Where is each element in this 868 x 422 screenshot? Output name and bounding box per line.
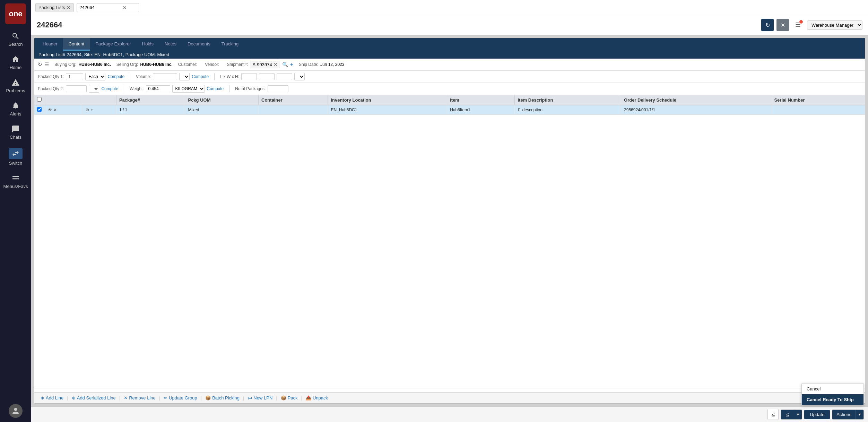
search-box[interactable]: ✕ bbox=[77, 3, 139, 12]
row-checkbox[interactable] bbox=[37, 107, 42, 112]
refresh-row-btn[interactable]: ↻ bbox=[38, 61, 42, 68]
tab-notes[interactable]: Notes bbox=[159, 38, 182, 51]
scroll-area[interactable] bbox=[34, 388, 865, 392]
pack-action[interactable]: 📦 Pack bbox=[278, 395, 301, 401]
menu-icon bbox=[11, 174, 20, 182]
close-button[interactable]: ✕ bbox=[776, 19, 789, 31]
bottom-bar: Cancel Cancel Ready To Ship 🖨 🖨 ▾ Update… bbox=[31, 406, 868, 422]
customer-group: Customer: bbox=[178, 62, 199, 67]
sidebar-item-search[interactable]: Search bbox=[0, 28, 31, 51]
pack-icon: 📦 bbox=[281, 395, 286, 401]
actions-arrow-btn[interactable]: ▾ bbox=[856, 410, 863, 419]
role-selector[interactable]: Warehouse Manager bbox=[807, 20, 862, 30]
sidebar-item-problems[interactable]: Problems bbox=[0, 74, 31, 97]
tab-package-explorer[interactable]: Package Explorer bbox=[90, 38, 137, 51]
row-icon-cell1: 👁 ✕ bbox=[45, 105, 83, 115]
search-icon bbox=[11, 32, 20, 40]
remove-line-icon: ✕ bbox=[124, 395, 128, 401]
no-packages-input[interactable] bbox=[268, 85, 288, 92]
tabs-row: Header Content Package Explorer Holds No… bbox=[34, 38, 865, 51]
shipment-remove[interactable]: ✕ bbox=[274, 62, 278, 67]
controls-row-1: ↻ ☰ Buying Org: HUB6-HUB6 Inc. Selling O… bbox=[34, 59, 865, 71]
tab-documents[interactable]: Documents bbox=[182, 38, 216, 51]
sidebar: one Search Home Problems Alerts Chats Sw… bbox=[0, 0, 31, 422]
print-btn[interactable]: 🖨 bbox=[767, 409, 779, 420]
lxwxh-label: L x W x H: bbox=[220, 74, 239, 79]
print-split-main[interactable]: 🖨 bbox=[781, 410, 794, 419]
col-inventory-location: Inventory Location bbox=[328, 95, 447, 105]
cancel-option[interactable]: Cancel bbox=[802, 384, 863, 394]
row-container bbox=[259, 105, 328, 115]
update-button[interactable]: Update bbox=[804, 410, 830, 419]
row-copy-btn[interactable]: ⧉ bbox=[86, 107, 89, 112]
packed-qty2-input[interactable] bbox=[66, 85, 87, 92]
packing-lists-tag[interactable]: Packing Lists ✕ bbox=[35, 3, 74, 12]
sidebar-item-home[interactable]: Home bbox=[0, 51, 31, 74]
divider4 bbox=[229, 85, 229, 92]
weight-uom[interactable]: KILOGRAM bbox=[172, 85, 205, 93]
sidebar-item-switch[interactable]: Switch bbox=[0, 144, 31, 170]
batch-picking-action[interactable]: 📦 Batch Picking bbox=[202, 395, 242, 401]
sidebar-item-alerts-label: Alerts bbox=[10, 111, 21, 117]
volume-uom[interactable] bbox=[179, 73, 190, 80]
print-split-arrow[interactable]: ▾ bbox=[794, 410, 802, 419]
compute-wt-link[interactable]: Compute bbox=[207, 86, 224, 91]
actions-main-btn[interactable]: Actions bbox=[832, 410, 856, 419]
lxwxh-uom[interactable] bbox=[294, 73, 305, 80]
batch-picking-icon: 📦 bbox=[205, 395, 211, 401]
row-add-btn[interactable]: + bbox=[90, 107, 93, 112]
user-avatar[interactable] bbox=[9, 404, 23, 418]
row-view-btn[interactable]: 👁 bbox=[48, 107, 52, 112]
sidebar-item-chats[interactable]: Chats bbox=[0, 121, 31, 144]
col-serial-number: Serial Number bbox=[771, 95, 865, 105]
tab-content[interactable]: Content bbox=[63, 38, 90, 51]
select-all-checkbox[interactable] bbox=[37, 97, 42, 102]
compute1-link[interactable]: Compute bbox=[107, 74, 124, 79]
sidebar-item-alerts[interactable]: Alerts bbox=[0, 97, 31, 121]
actions-dropdown-popup: Cancel Cancel Ready To Ship bbox=[801, 383, 864, 405]
packed-qty1-uom[interactable]: Each bbox=[85, 73, 105, 80]
remove-line-action[interactable]: ✕ Remove Line bbox=[121, 395, 158, 401]
packing-lists-close[interactable]: ✕ bbox=[67, 5, 71, 10]
col-pckg-uom: Pckg UOM bbox=[185, 95, 259, 105]
content-table: Package# Pckg UOM Container Inventory Lo… bbox=[34, 95, 865, 115]
length-input[interactable] bbox=[241, 73, 257, 80]
compute-vol-link[interactable]: Compute bbox=[192, 74, 209, 79]
tab-tracking[interactable]: Tracking bbox=[216, 38, 244, 51]
volume-input[interactable] bbox=[153, 73, 177, 80]
switch-button[interactable] bbox=[9, 148, 23, 159]
unpack-action[interactable]: 📤 Unpack bbox=[303, 395, 331, 401]
cancel-ready-option[interactable]: Cancel Ready To Ship bbox=[802, 394, 863, 405]
refresh-button[interactable]: ↻ bbox=[761, 19, 774, 31]
row-remove-btn[interactable]: ✕ bbox=[53, 107, 57, 112]
row-item-description: I1 description bbox=[515, 105, 621, 115]
new-lpn-action[interactable]: 🏷 New LPN bbox=[245, 395, 275, 401]
width-input[interactable] bbox=[259, 73, 275, 80]
height-input[interactable] bbox=[277, 73, 292, 80]
tab-header[interactable]: Header bbox=[37, 38, 63, 51]
sep4: | bbox=[200, 395, 202, 401]
divider2 bbox=[214, 73, 215, 80]
packed-qty1-input[interactable] bbox=[66, 73, 83, 80]
add-serialized-line-action[interactable]: ⊕ Add Serialized Line bbox=[69, 395, 119, 401]
search-input[interactable] bbox=[80, 5, 121, 10]
compute2-link[interactable]: Compute bbox=[101, 86, 118, 91]
add-line-action[interactable]: ⊕ Add Line bbox=[38, 395, 66, 401]
home-icon bbox=[11, 55, 20, 63]
no-packages-label: No of Packages: bbox=[235, 86, 266, 91]
packed-qty2-uom[interactable] bbox=[89, 85, 99, 93]
shipment-add-btn[interactable]: + bbox=[290, 61, 293, 68]
info-bar-text: Packing List# 242664, Site: EN_Hub6DC1, … bbox=[38, 52, 169, 57]
selling-org-group: Selling Org: HUB6-HUB6 Inc. bbox=[116, 62, 173, 67]
selling-org-value: HUB6-HUB6 Inc. bbox=[140, 62, 172, 67]
search-clear[interactable]: ✕ bbox=[123, 5, 127, 10]
weight-input[interactable] bbox=[146, 85, 170, 92]
shipment-search-btn[interactable]: 🔍 bbox=[282, 62, 288, 67]
app-logo[interactable]: one bbox=[5, 3, 26, 24]
list-btn[interactable]: ☰ bbox=[44, 61, 49, 68]
update-group-action[interactable]: ✏ Update Group bbox=[161, 395, 200, 401]
batch-picking-label: Batch Picking bbox=[212, 395, 240, 401]
add-line-icon: ⊕ bbox=[41, 395, 44, 401]
sidebar-item-menus[interactable]: Menus/Favs bbox=[0, 170, 31, 193]
tab-holds[interactable]: Holds bbox=[137, 38, 159, 51]
